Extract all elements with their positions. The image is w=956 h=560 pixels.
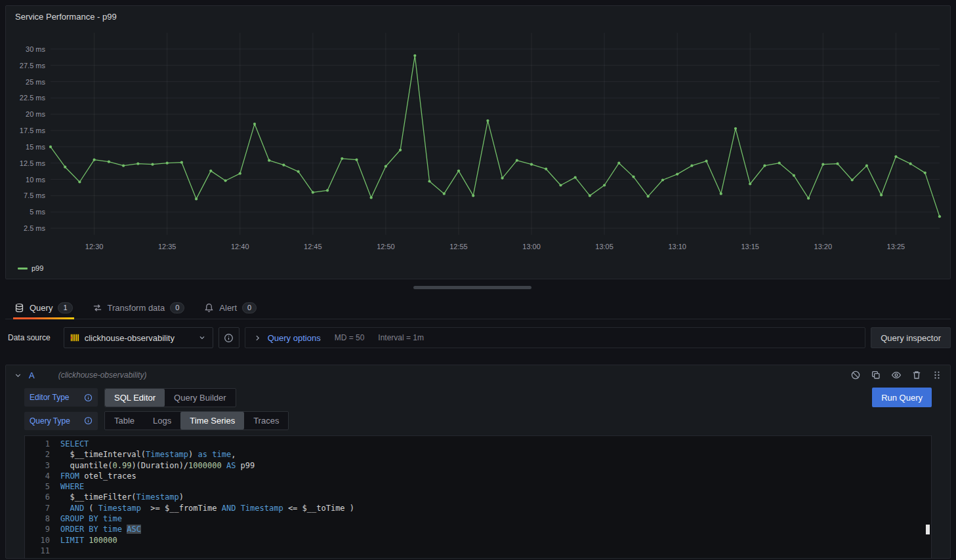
svg-text:13:25: 13:25 [887,243,905,250]
service-performance-panel: Service Performance - p99 2.5 ms5 ms7.5 … [5,5,951,279]
panel-title: Service Performance - p99 [11,12,117,22]
tab-transform-data[interactable]: Transform data 0 [90,296,188,319]
query-options-interval: Interval = 1m [378,333,424,342]
tab-alert[interactable]: Alert 0 [201,296,259,319]
editor-type-label: Editor Type [30,393,69,402]
query-datasource-hint: (clickhouse-observability) [58,370,147,380]
datasource-row: Data source clickhouse-observability [5,327,951,348]
svg-text:5 ms: 5 ms [30,208,45,216]
query-row-actions [850,370,942,380]
delete-query-icon[interactable] [911,370,922,380]
sql-code-area[interactable]: SELECT $__timeInterval(Timestamp) as tim… [60,439,931,555]
duplicate-query-icon[interactable] [871,370,881,380]
query-type-table[interactable]: Table [105,412,144,430]
query-options-section[interactable]: Query options MD = 50 Interval = 1m [245,327,866,348]
query-type-row: Query Type Table Logs Time Series Traces [24,411,932,430]
query-ref-id: A [29,370,35,380]
legend-series-swatch [18,268,28,270]
svg-text:12:30: 12:30 [85,243,104,250]
hide-response-icon[interactable] [891,370,902,380]
tab-alert-label: Alert [219,303,237,313]
tab-query-label: Query [30,303,52,313]
editor-type-toggle: SQL Editor Query Builder [104,388,236,407]
dashboard-edit-page: Service Performance - p99 2.5 ms5 ms7.5 … [0,0,956,560]
query-row-header[interactable]: A (clickhouse-observability) [6,365,950,385]
editor-type-sql-editor[interactable]: SQL Editor [105,389,165,407]
svg-text:12.5 ms: 12.5 ms [20,159,46,167]
svg-text:27.5 ms: 27.5 ms [20,62,46,70]
tab-query[interactable]: Query 1 [12,296,75,319]
info-icon[interactable] [84,416,93,425]
horizontal-scrollbar-handle[interactable] [413,286,531,289]
query-inspector-button[interactable]: Query inspector [871,327,951,348]
query-type-time-series[interactable]: Time Series [180,412,244,430]
query-type-label-chip: Query Type [24,412,98,430]
query-type-toggle: Table Logs Time Series Traces [104,411,289,430]
editor-scroll-marker [926,525,930,534]
svg-text:13:20: 13:20 [814,243,833,250]
editor-type-row: Editor Type SQL Editor Query Builder Run… [24,388,932,407]
disable-query-icon[interactable] [850,370,861,380]
query-type-logs[interactable]: Logs [144,412,180,430]
info-circle-icon [224,333,234,343]
svg-text:2.5 ms: 2.5 ms [24,224,46,232]
bell-icon [204,303,214,313]
svg-text:13:05: 13:05 [595,243,613,250]
svg-text:10 ms: 10 ms [26,176,45,184]
datasource-selected-value: clickhouse-observability [85,333,192,343]
svg-text:12:45: 12:45 [304,243,322,250]
transform-icon [93,303,102,313]
panel-header[interactable]: Service Performance - p99 [11,9,945,24]
chevron-right-icon [253,334,262,342]
run-query-button[interactable]: Run Query [872,388,932,407]
svg-text:30 ms: 30 ms [26,45,45,53]
tab-transform-count: 0 [170,302,184,313]
editor-tab-bar: Query 1 Transform data 0 Alert 0 [5,296,951,319]
info-icon[interactable] [84,393,93,402]
svg-text:12:40: 12:40 [231,243,249,250]
editor-type-label-chip: Editor Type [24,388,98,407]
svg-text:22.5 ms: 22.5 ms [20,94,46,102]
svg-text:13:00: 13:00 [522,243,541,250]
drag-handle-icon[interactable] [932,370,942,380]
svg-text:15 ms: 15 ms [26,143,45,151]
datasource-label: Data source [8,333,51,342]
query-type-label: Query Type [30,416,70,426]
datasource-picker[interactable]: clickhouse-observability [64,327,213,348]
sql-editor[interactable]: 1234567891011 SELECT $__timeInterval(Tim… [24,435,932,559]
svg-text:13:10: 13:10 [668,243,686,250]
query-type-traces[interactable]: Traces [244,412,288,430]
chevron-down-icon [197,333,207,342]
legend-series-label[interactable]: p99 [31,264,43,272]
tab-query-count: 1 [58,302,72,313]
query-row-body: Editor Type SQL Editor Query Builder Run… [6,385,950,560]
collapse-chevron-icon[interactable] [14,371,22,380]
svg-text:12:35: 12:35 [158,243,177,250]
query-options-label[interactable]: Query options [268,333,321,343]
svg-text:13:15: 13:15 [741,243,759,250]
tab-alert-count: 0 [242,302,257,313]
chart-legend: p99 [11,262,945,274]
tab-transform-label: Transform data [108,303,165,313]
p99-line-chart[interactable]: 2.5 ms5 ms7.5 ms10 ms12.5 ms15 ms17.5 ms… [11,24,945,262]
clickhouse-logo-icon [70,333,79,342]
datasource-help-button[interactable] [218,327,239,348]
query-editor-card: A (clickhouse-observability) [5,365,951,559]
query-options-md: MD = 50 [335,333,365,342]
svg-text:12:50: 12:50 [377,243,395,250]
database-icon [14,303,24,313]
sql-line-numbers: 1234567891011 [25,439,60,555]
svg-text:25 ms: 25 ms [26,78,45,86]
svg-text:7.5 ms: 7.5 ms [24,191,46,199]
svg-text:12:55: 12:55 [449,243,468,250]
svg-text:20 ms: 20 ms [26,110,45,118]
svg-text:17.5 ms: 17.5 ms [20,127,46,134]
editor-type-query-builder[interactable]: Query Builder [165,389,235,407]
